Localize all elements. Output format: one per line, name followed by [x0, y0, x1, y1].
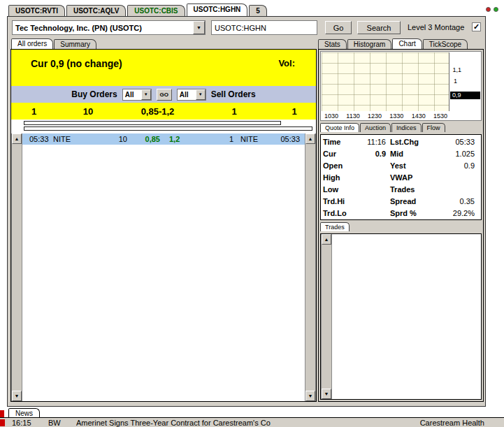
level3-montage-checkbox[interactable]: ✓ [472, 22, 481, 31]
chart-x-tick: 1030 [324, 113, 338, 120]
buy-filter-select[interactable]: All ▼ [122, 89, 152, 101]
quote-row: Cur 0.9 Mid 1.025 [321, 147, 481, 159]
buy-order-count: 1 [11, 106, 57, 117]
workspace-tab-cbis[interactable]: USOTC:CBIS [127, 5, 185, 16]
montage-tabs: All orders Summary [11, 39, 96, 49]
go-button[interactable]: Go [325, 21, 352, 34]
scroll-up-icon[interactable]: ▲ [322, 234, 331, 245]
quote-label: Trd.Lo [323, 209, 357, 217]
news-item-marker-icon [0, 419, 5, 426]
sell-orders-label: Sell Orders [211, 89, 256, 99]
tab-indices[interactable]: Indices [391, 123, 422, 132]
quote-label: High [323, 173, 357, 182]
quote-label: Mid [390, 150, 433, 158]
montage-panel: Cur 0,9 (no change) Vol: Buy Orders All … [10, 49, 317, 402]
scroll-down-icon[interactable]: ▼ [12, 391, 22, 401]
current-price-marker: 0,9 [450, 92, 480, 99]
workspace-tab-rvti[interactable]: USOTC:RVTI [8, 5, 65, 16]
scroll-up-icon[interactable]: ▲ [305, 133, 315, 144]
buy-side-scrollbar[interactable]: ▲ ▼ [11, 133, 22, 401]
right-view-tabs: Stats Histogram Chart TickScope [318, 39, 468, 49]
tab-flow[interactable]: Flow [422, 123, 445, 132]
quote-value: 11:16 [357, 138, 390, 146]
workspace-tab-aqlv[interactable]: USOTC:AQLV [66, 5, 126, 16]
pressure-bars [11, 120, 316, 133]
tab-stats[interactable]: Stats [318, 39, 347, 49]
symbol-combobox[interactable]: Tec Technology, Inc. (PN) (USOTC) ▼ [12, 20, 206, 35]
tab-news[interactable]: News [8, 408, 40, 418]
tab-tickscope[interactable]: TickScope [423, 39, 468, 49]
intraday-chart: 1,1 1 0,9 1030 1130 1230 1330 1430 1530 [320, 51, 482, 121]
chart-plot-area [322, 52, 449, 111]
symbol-combobox-value: Tec Technology, Inc. (PN) (USOTC) [13, 24, 193, 32]
search-button[interactable]: Search [357, 21, 401, 34]
sell-order-count: 1 [273, 106, 316, 117]
ask-price: 1,2 [164, 135, 196, 143]
order-list: 05:33 NITE 10 0,85 1,2 1 NITE 05:33 [22, 133, 305, 401]
sell-side-scrollbar[interactable]: ▲ ▼ [305, 133, 316, 401]
quote-value: 05:33 [433, 138, 479, 146]
montage-window: Tec Technology, Inc. (PN) (USOTC) ▼ Go S… [7, 16, 486, 407]
chevron-down-icon[interactable]: ▼ [193, 21, 205, 34]
trades-scrollbar[interactable]: ▲ ▼ [321, 234, 332, 399]
status-indicator-red-icon [486, 7, 491, 12]
sell-order-side: 1,2 1 NITE 05:33 [164, 133, 305, 145]
chart-x-tick: 1130 [346, 113, 359, 120]
quote-value: 29.2% [433, 209, 479, 217]
tab-auction[interactable]: Auction [360, 123, 391, 132]
tab-chart[interactable]: Chart [392, 38, 422, 49]
tab-summary[interactable]: Summary [54, 39, 96, 49]
scroll-down-icon[interactable]: ▼ [305, 391, 315, 401]
trades-tabs: Trades [320, 222, 482, 231]
news-alert-marker [0, 410, 4, 417]
bid-ask-range: 0,85-1,2 [120, 106, 196, 117]
buy-order-time: 05:33 [22, 135, 53, 143]
workspace-tab-hghn[interactable]: USOTC:HGHN [187, 3, 248, 16]
quote-label: Spread [390, 197, 433, 205]
chart-y-tick: 1 [454, 78, 457, 85]
chevron-down-icon[interactable]: ▼ [141, 89, 151, 100]
summary-row: 1 10 0,85-1,2 1 1 [11, 103, 316, 120]
chart-x-tick: 1530 [433, 113, 447, 120]
quote-info-table: Time 11:16 Lst.Chg 05:33 Cur 0.9 Mid 1.0… [320, 134, 482, 220]
sell-filter-value: All [178, 91, 196, 99]
volume-label: Vol: [278, 58, 295, 68]
quote-value: 1.025 [433, 150, 479, 158]
chart-x-tick: 1330 [389, 113, 403, 120]
tab-quote-info[interactable]: Quote Info [320, 123, 359, 132]
sell-filter-select[interactable]: All ▼ [177, 89, 206, 101]
quote-label: Lst.Chg [390, 138, 433, 146]
filter-go-button[interactable]: GO [157, 89, 172, 101]
chevron-down-icon[interactable]: ▼ [196, 89, 206, 100]
order-book: ▲ ▼ 05:33 NITE 10 0,85 1,2 1 NITE 05:33 [11, 133, 316, 401]
quote-label: Yest [390, 161, 433, 170]
sell-pressure-bar [24, 126, 312, 131]
buy-total-size: 10 [57, 106, 120, 117]
news-headline[interactable]: Amerinet Signs Three-Year Contract for C… [76, 419, 420, 427]
chart-x-axis: 1030 1130 1230 1330 1430 1530 [324, 113, 447, 120]
quote-row: Trd.Hi Spread 0.35 [321, 195, 481, 207]
symbol-input[interactable] [211, 20, 317, 35]
quote-label: Time [323, 138, 357, 146]
buy-orders-label: Buy Orders [71, 89, 117, 99]
news-time: 16:15 [12, 419, 48, 427]
quote-label: Low [323, 185, 357, 194]
news-ticker[interactable]: 16:15 BW Amerinet Signs Three-Year Contr… [0, 417, 504, 427]
scroll-down-icon[interactable]: ▼ [322, 389, 331, 399]
quote-label: Sprd % [390, 209, 433, 217]
toolbar: Tec Technology, Inc. (PN) (USOTC) ▼ Go S… [12, 20, 481, 36]
quote-row: High VWAP [321, 171, 481, 183]
quote-row: Open Yest 0.9 [321, 159, 481, 171]
tab-histogram[interactable]: Histogram [347, 39, 392, 49]
workspace-tab-5[interactable]: 5 [249, 5, 267, 16]
sell-total-size: 1 [196, 106, 273, 117]
tab-trades[interactable]: Trades [320, 222, 350, 231]
buy-order-side: 05:33 NITE 10 0,85 [22, 133, 164, 145]
tab-all-orders[interactable]: All orders [11, 38, 53, 49]
chart-y-tick: 1,1 [452, 66, 461, 73]
workspace-tabstrip: USOTC:RVTI USOTC:AQLV USOTC:CBIS USOTC:H… [8, 4, 267, 16]
order-row[interactable]: 05:33 NITE 10 0,85 1,2 1 NITE 05:33 [22, 133, 305, 145]
scroll-up-icon[interactable]: ▲ [12, 133, 22, 144]
buy-filter-value: All [123, 91, 141, 99]
bid-price: 0,85 [127, 135, 164, 143]
